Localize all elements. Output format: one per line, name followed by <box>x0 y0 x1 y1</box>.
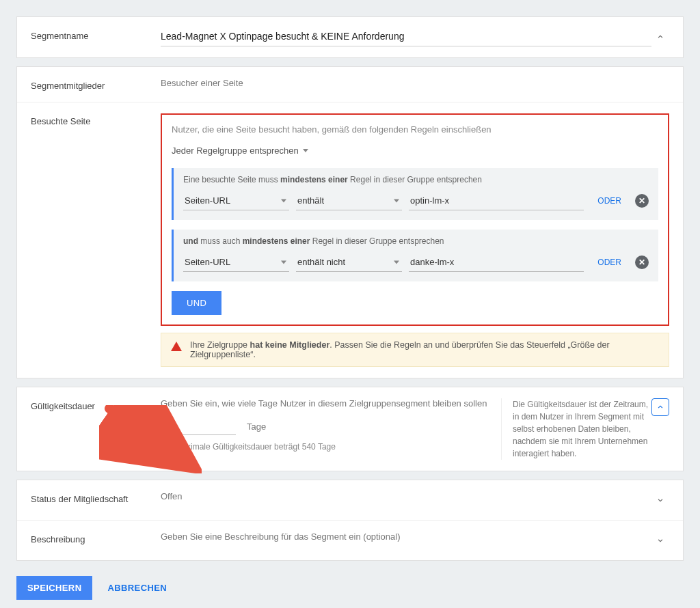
include-hint: Nutzer, die eine Seite besucht haben, ge… <box>172 124 658 135</box>
members-value: Besucher einer Seite <box>161 78 669 88</box>
rule-group-2: und muss auch mindestens einer Regel in … <box>172 230 658 281</box>
and-button[interactable]: UND <box>172 291 221 315</box>
rule-group-1: Eine besuchte Seite muss mindestens eine… <box>172 168 658 220</box>
warning-icon <box>171 342 182 351</box>
meta-card: Status der Mitgliedschaft Offen Beschrei… <box>16 480 684 561</box>
expand-status-button[interactable] <box>651 491 669 509</box>
duration-help-text: Die Gültigkeitsdauer ist der Zeitraum, i… <box>501 398 651 460</box>
rule2-remove-button[interactable]: ✕ <box>635 255 649 269</box>
segment-name-card: Segmentname <box>16 16 684 58</box>
expand-description-button[interactable] <box>651 531 669 549</box>
duration-card: Gültigkeitsdauer Geben Sie ein, wie viel… <box>16 387 684 471</box>
rule1-field-select[interactable]: Seiten-URL <box>183 191 289 210</box>
match-mode-select[interactable]: Jeder Regelgruppe entsprechen <box>172 143 308 158</box>
caret-down-icon <box>394 260 399 264</box>
action-bar: SPEICHERN ABBRECHEN <box>16 569 684 607</box>
caret-down-icon <box>281 199 286 202</box>
duration-days-unit: Tage <box>247 422 266 432</box>
status-value: Offen <box>161 491 651 501</box>
warning-text: Ihre Zielgruppe hat keine Mitglieder. Pa… <box>190 340 659 359</box>
cancel-button[interactable]: ABBRECHEN <box>98 576 176 600</box>
rules-highlight-frame: Nutzer, die eine Seite besucht haben, ge… <box>161 113 669 326</box>
rules-card: Segmentmitglieder Besucher einer Seite B… <box>16 66 684 378</box>
duration-max-hint: Die maximale Gültigkeitsdauer beträgt 54… <box>161 442 487 452</box>
close-icon: ✕ <box>638 196 645 206</box>
save-button[interactable]: SPEICHERN <box>16 576 92 600</box>
duration-days-input[interactable] <box>161 418 236 435</box>
visited-page-label: Besuchte Seite <box>31 113 161 126</box>
segment-name-input[interactable] <box>161 28 651 46</box>
close-icon: ✕ <box>638 258 645 267</box>
caret-down-icon <box>394 199 399 202</box>
chevron-up-icon <box>656 402 665 412</box>
duration-prompt: Geben Sie ein, wie viele Tage Nutzer in … <box>161 398 487 409</box>
rule1-or-button[interactable]: ODER <box>591 192 628 210</box>
caret-down-icon <box>281 260 286 264</box>
rule2-or-button[interactable]: ODER <box>591 253 628 271</box>
rule1-value-input[interactable] <box>409 191 584 210</box>
rule1-remove-button[interactable]: ✕ <box>635 194 649 208</box>
segment-name-label: Segmentname <box>31 28 161 41</box>
chevron-down-icon <box>656 495 665 505</box>
rule2-operator-select[interactable]: enthält nicht <box>296 253 402 272</box>
rule-group-2-caption: und muss auch mindestens einer Regel in … <box>183 236 649 246</box>
collapse-duration-button[interactable] <box>651 398 669 416</box>
no-members-warning: Ihre Zielgruppe hat keine Mitglieder. Pa… <box>161 333 669 367</box>
rule2-value-input[interactable] <box>409 253 584 272</box>
status-label: Status der Mitgliedschaft <box>31 491 161 504</box>
members-label: Segmentmitglieder <box>31 78 161 91</box>
description-label: Beschreibung <box>31 531 161 544</box>
duration-label: Gültigkeitsdauer <box>31 398 161 411</box>
rule2-field-select[interactable]: Seiten-URL <box>183 253 289 272</box>
rule1-operator-select[interactable]: enthält <box>296 191 402 210</box>
caret-down-icon <box>303 149 308 152</box>
chevron-down-icon <box>656 536 665 545</box>
chevron-up-icon <box>656 32 665 42</box>
rule-group-1-caption: Eine besuchte Seite muss mindestens eine… <box>183 175 649 184</box>
description-placeholder[interactable]: Geben Sie eine Beschreibung für das Segm… <box>161 531 651 542</box>
match-mode-label: Jeder Regelgruppe entsprechen <box>172 146 299 156</box>
collapse-button[interactable] <box>651 28 669 46</box>
